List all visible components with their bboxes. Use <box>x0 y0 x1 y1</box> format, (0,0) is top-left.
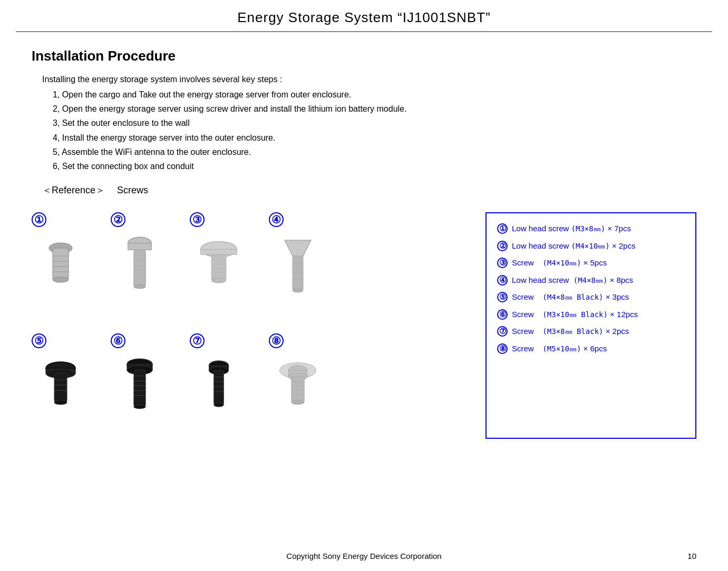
screw-item-6: ⑥ <box>111 333 185 439</box>
reference-label: ＜Reference＞ Screws <box>42 184 696 196</box>
screw-item-1: ① <box>32 212 105 318</box>
ref-num-3: ③ <box>497 258 508 268</box>
screw-number-3: ③ <box>190 212 205 227</box>
ref-label-1: Low head screw (M3×8㎜) × 7pcs <box>512 223 631 235</box>
ref-item-5: ⑤ Screw (M4×8㎜ Black) × 3pcs <box>497 291 685 303</box>
svg-point-39 <box>54 400 67 405</box>
ref-label-7: Screw (M3×8㎜ Black) × 2pcs <box>512 326 629 338</box>
ref-num-1: ① <box>497 223 508 234</box>
ref-item-6: ⑥ Screw (M3×10㎜ Black) × 12pcs <box>497 309 685 321</box>
list-item: 1, Open the cargo and Take out the energ… <box>53 87 696 102</box>
list-item: 6, Set the connecting box and conduit <box>53 159 696 173</box>
svg-rect-18 <box>201 249 237 254</box>
screw-number-8: ⑧ <box>269 333 284 348</box>
screw-images-grid: ① ② <box>32 212 470 439</box>
screw-image-1 <box>34 230 87 303</box>
screw-number-7: ⑦ <box>190 333 205 348</box>
svg-point-16 <box>134 284 145 288</box>
screw-image-4 <box>271 230 324 303</box>
screw-number-5: ⑤ <box>32 333 46 348</box>
screw-number-1: ① <box>32 212 46 227</box>
svg-rect-53 <box>214 371 224 405</box>
screw-image-6 <box>113 351 166 425</box>
screw-number-6: ⑥ <box>111 333 125 348</box>
screw-item-7: ⑦ <box>190 333 264 439</box>
svg-point-49 <box>134 405 145 409</box>
screw-image-8 <box>271 351 324 425</box>
ref-label-5: Screw (M4×8㎜ Black) × 3pcs <box>512 291 629 303</box>
ref-label-3: Screw (M4×10㎜) × 5pcs <box>512 257 607 269</box>
svg-rect-35 <box>54 373 67 402</box>
page-number: 10 <box>687 552 696 560</box>
svg-rect-9 <box>134 250 145 287</box>
screw-number-2: ② <box>111 212 125 227</box>
screw-item-5: ⑤ <box>32 333 105 439</box>
svg-point-31 <box>293 288 303 292</box>
ref-label-8: Screw (M5×10㎜) × 6pcs <box>512 343 607 355</box>
svg-rect-19 <box>211 254 226 280</box>
ref-item-2: ② Low head screw (M4×10㎜) × 2pcs <box>497 240 685 252</box>
screw-image-3 <box>192 230 245 303</box>
screw-item-4: ④ <box>269 212 343 318</box>
svg-point-68 <box>292 400 305 405</box>
screw-image-7 <box>192 351 245 425</box>
page-footer: Copyright Sony Energy Devices Corporatio… <box>0 552 728 560</box>
screws-section: ① ② <box>32 212 696 439</box>
list-item: 4, Install the energy storage server int… <box>53 131 696 145</box>
ref-item-1: ① Low head screw (M3×8㎜) × 7pcs <box>497 223 685 235</box>
ref-label-6: Screw (M3×10㎜ Black) × 12pcs <box>512 309 638 321</box>
ref-num-5: ⑤ <box>497 292 508 302</box>
ref-num-4: ④ <box>497 275 508 286</box>
list-item: 3, Set the outer enclosure to the wall <box>53 116 696 130</box>
screw-item-8: ⑧ <box>269 333 343 439</box>
screw-item-2: ② <box>111 212 185 318</box>
ref-num-7: ⑦ <box>497 326 508 337</box>
header-title: Energy Storage System “IJ1001SNBT” <box>237 9 491 25</box>
reference-box: ① Low head screw (M3×8㎜) × 7pcs ② Low he… <box>486 212 696 439</box>
svg-point-6 <box>53 277 69 282</box>
steps-list: 1, Open the cargo and Take out the energ… <box>53 87 696 173</box>
svg-point-24 <box>211 278 226 283</box>
ref-num-6: ⑥ <box>497 309 508 320</box>
screw-item-3: ③ <box>190 212 264 318</box>
page-header: Energy Storage System “IJ1001SNBT” <box>16 0 712 32</box>
ref-item-3: ③ Screw (M4×10㎜) × 5pcs <box>497 257 685 269</box>
svg-rect-1 <box>53 248 69 280</box>
ref-num-2: ② <box>497 241 508 251</box>
svg-point-58 <box>214 403 224 407</box>
list-item: 2, Open the energy storage server using … <box>53 102 696 116</box>
ref-label-2: Low head screw (M4×10㎜) × 2pcs <box>512 240 635 252</box>
section-title: Installation Procedure <box>32 48 696 64</box>
svg-rect-63 <box>292 377 305 402</box>
ref-label-4: Low head screw (M4×8㎜) × 8pcs <box>512 274 633 287</box>
svg-rect-8 <box>128 243 152 250</box>
ref-num-8: ⑧ <box>497 343 508 354</box>
ref-item-4: ④ Low head screw (M4×8㎜) × 8pcs <box>497 274 685 287</box>
svg-marker-25 <box>285 240 311 256</box>
screw-image-5 <box>34 351 87 425</box>
screw-image-2 <box>113 230 166 303</box>
svg-rect-43 <box>134 370 145 407</box>
page-content: Installation Procedure Installing the en… <box>0 32 728 449</box>
ref-item-8: ⑧ Screw (M5×10㎜) × 6pcs <box>497 343 685 355</box>
intro-text: Installing the energy storage system inv… <box>42 75 696 84</box>
list-item: 5, Assemble the WiFi antenna to the oute… <box>53 145 696 159</box>
screw-number-4: ④ <box>269 212 284 227</box>
copyright-text: Copyright Sony Energy Devices Corporatio… <box>286 552 441 560</box>
ref-item-7: ⑦ Screw (M3×8㎜ Black) × 2pcs <box>497 326 685 338</box>
